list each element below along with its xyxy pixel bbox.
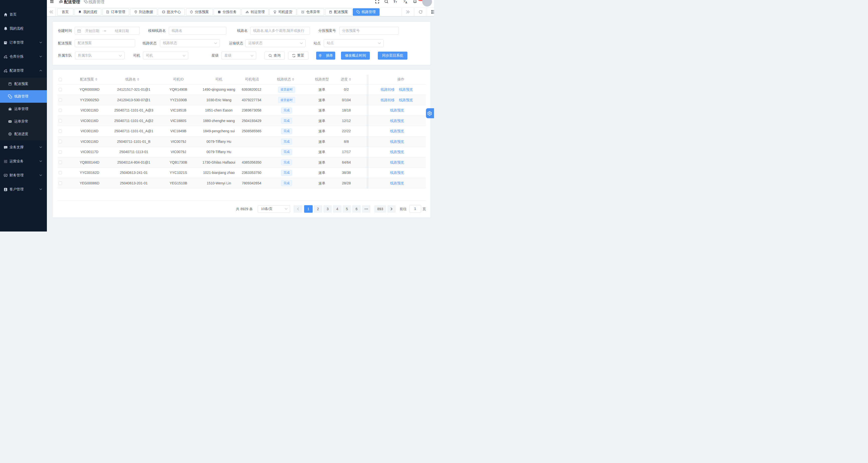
svg-text:AD: AD bbox=[9, 121, 11, 122]
svg-text:T: T bbox=[394, 0, 395, 3]
svg-text:A: A bbox=[405, 1, 407, 3]
svg-text:T: T bbox=[396, 0, 397, 3]
